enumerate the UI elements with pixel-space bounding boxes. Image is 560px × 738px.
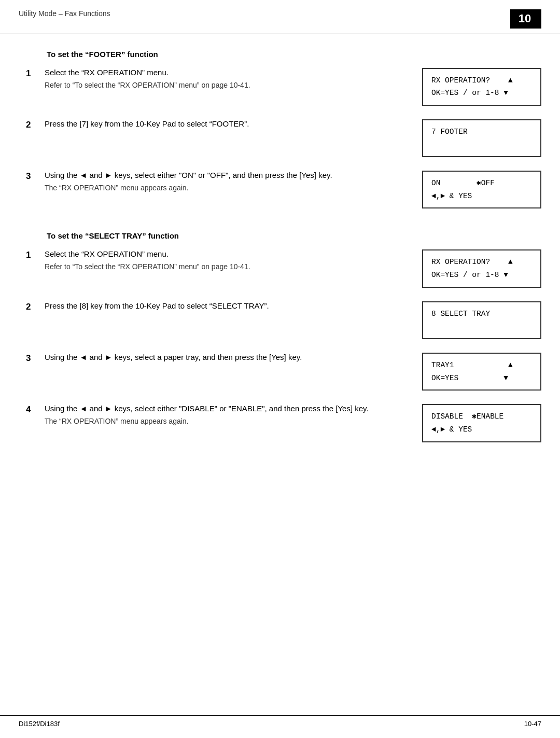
footer-step-2: 2 Press the [7] key from the 10-Key Pad … bbox=[26, 119, 541, 157]
lcd-line-8: OK=YES / or 1-8 ▼ bbox=[431, 269, 532, 282]
step-number-3b: 3 bbox=[26, 353, 45, 364]
lcd-line-9: 8 SELECT TRAY bbox=[431, 308, 532, 321]
step-number-4b: 4 bbox=[26, 404, 45, 415]
lcd-text: 8 SELECT TRAY bbox=[431, 308, 490, 321]
tray-step-2-lcd: 8 SELECT TRAY bbox=[386, 301, 541, 339]
lcd-display-2a: 7 FOOTER bbox=[422, 119, 541, 157]
tray-step-2: 2 Press the [8] key from the 10-Key Pad … bbox=[26, 301, 541, 339]
lcd-line-5: ON ✱OFF bbox=[431, 177, 532, 190]
tray-step-4-sub: The “RX OPERATION” menu appears again. bbox=[45, 416, 375, 427]
footer-page: 10-47 bbox=[524, 720, 541, 728]
tray-step-1-lcd: RX OPERATION? ▲ OK=YES / or 1-8 ▼ bbox=[386, 249, 541, 287]
lcd-line-7: RX OPERATION? ▲ bbox=[431, 256, 532, 269]
lcd-text: ◄,► & YES bbox=[431, 423, 472, 436]
page-footer: Di152f/Di183f 10-47 bbox=[0, 715, 560, 728]
lcd-text: ON ✱OFF bbox=[431, 177, 495, 190]
header-title: Utility Mode – Fax Functions bbox=[19, 9, 110, 18]
lcd-line-13: DISABLE ✱ENABLE bbox=[431, 410, 532, 423]
footer-step-1-sub: Refer to “To select the “RX OPERATION” m… bbox=[45, 80, 375, 91]
tray-step-4-lcd: DISABLE ✱ENABLE ◄,► & YES bbox=[386, 404, 541, 442]
lcd-display-3b: TRAY1 ▲ OK=YES ▼ bbox=[422, 353, 541, 391]
footer-step-3-sub: The “RX OPERATION” menu appears again. bbox=[45, 183, 375, 193]
footer-step-3-main: Using the ◄ and ► keys, select either "O… bbox=[45, 171, 375, 179]
step-number-1b: 1 bbox=[26, 249, 45, 260]
tray-step-1-left: 1 Select the “RX OPERATION” menu. Refer … bbox=[26, 249, 375, 274]
step-number-2a: 2 bbox=[26, 119, 45, 130]
lcd-display-4b: DISABLE ✱ENABLE ◄,► & YES bbox=[422, 404, 541, 442]
step-number-1a: 1 bbox=[26, 68, 45, 79]
footer-step-3-lcd: ON ✱OFF ◄,► & YES bbox=[386, 171, 541, 208]
lcd-line-14: ◄,► & YES bbox=[431, 423, 532, 436]
step-number-3a: 3 bbox=[26, 171, 45, 182]
lcd-line-6: ◄,► & YES bbox=[431, 190, 532, 203]
main-content: To set the “FOOTER” function 1 Select th… bbox=[0, 34, 560, 471]
lcd-text: 7 FOOTER bbox=[431, 126, 468, 138]
lcd-line-3: 7 FOOTER bbox=[431, 126, 532, 138]
tray-step-1-main: Select the “RX OPERATION” menu. bbox=[45, 249, 375, 258]
lcd-line-1: RX OPERATION? ▲ bbox=[431, 74, 532, 87]
footer-section-heading: To set the “FOOTER” function bbox=[47, 50, 541, 59]
lcd-line-4 bbox=[431, 138, 532, 151]
tray-step-3: 3 Using the ◄ and ► keys, select a paper… bbox=[26, 353, 541, 391]
tray-step-2-left: 2 Press the [8] key from the 10-Key Pad … bbox=[26, 301, 375, 313]
lcd-display-1b: RX OPERATION? ▲ OK=YES / or 1-8 ▼ bbox=[422, 249, 541, 287]
tray-step-3-main: Using the ◄ and ► keys, select a paper t… bbox=[45, 353, 375, 361]
tray-step-2-main: Press the [8] key from the 10-Key Pad to… bbox=[45, 301, 375, 310]
tray-step-1-sub: Refer to “To select the “RX OPERATION” m… bbox=[45, 261, 375, 272]
lcd-display-3a: ON ✱OFF ◄,► & YES bbox=[422, 171, 541, 208]
tray-step-1: 1 Select the “RX OPERATION” menu. Refer … bbox=[26, 249, 541, 287]
tray-step-4: 4 Using the ◄ and ► keys, select either … bbox=[26, 404, 541, 442]
footer-step-1: 1 Select the “RX OPERATION” menu. Refer … bbox=[26, 68, 541, 106]
footer-model: Di152f/Di183f bbox=[19, 720, 60, 728]
lcd-text: RX OPERATION? ▲ bbox=[431, 256, 513, 269]
tray-step-3-left: 3 Using the ◄ and ► keys, select a paper… bbox=[26, 353, 375, 365]
footer-step-3: 3 Using the ◄ and ► keys, select either … bbox=[26, 171, 541, 208]
lcd-text: OK=YES / or 1-8 ▼ bbox=[431, 87, 508, 100]
page-header: Utility Mode – Fax Functions 10 bbox=[0, 0, 560, 34]
page-container: Utility Mode – Fax Functions 10 To set t… bbox=[0, 0, 560, 738]
tray-step-3-lcd: TRAY1 ▲ OK=YES ▼ bbox=[386, 353, 541, 391]
lcd-display-1a: RX OPERATION? ▲ OK=YES / or 1-8 ▼ bbox=[422, 68, 541, 106]
tray-step-4-main: Using the ◄ and ► keys, select either "D… bbox=[45, 404, 375, 413]
lcd-text bbox=[431, 138, 436, 151]
lcd-text: TRAY1 ▲ bbox=[431, 359, 513, 372]
lcd-line-2: OK=YES / or 1-8 ▼ bbox=[431, 87, 532, 100]
lcd-line-11: TRAY1 ▲ bbox=[431, 359, 532, 372]
lcd-text: ◄,► & YES bbox=[431, 190, 472, 203]
chapter-badge: 10 bbox=[510, 9, 541, 29]
lcd-text bbox=[431, 320, 436, 333]
select-tray-section-heading: To set the “SELECT TRAY” function bbox=[47, 231, 541, 240]
footer-step-1-lcd: RX OPERATION? ▲ OK=YES / or 1-8 ▼ bbox=[386, 68, 541, 106]
footer-step-2-main: Press the [7] key from the 10-Key Pad to… bbox=[45, 119, 375, 128]
lcd-text: OK=YES ▼ bbox=[431, 372, 508, 385]
footer-step-1-left: 1 Select the “RX OPERATION” menu. Refer … bbox=[26, 68, 375, 93]
footer-step-1-main: Select the “RX OPERATION” menu. bbox=[45, 68, 375, 77]
footer-step-2-lcd: 7 FOOTER bbox=[386, 119, 541, 157]
lcd-text: DISABLE ✱ENABLE bbox=[431, 410, 503, 423]
footer-step-2-left: 2 Press the [7] key from the 10-Key Pad … bbox=[26, 119, 375, 131]
step-number-2b: 2 bbox=[26, 301, 45, 312]
footer-step-3-left: 3 Using the ◄ and ► keys, select either … bbox=[26, 171, 375, 196]
lcd-text: RX OPERATION? ▲ bbox=[431, 74, 513, 87]
lcd-text: OK=YES / or 1-8 ▼ bbox=[431, 269, 508, 282]
lcd-display-2b: 8 SELECT TRAY bbox=[422, 301, 541, 339]
lcd-line-12: OK=YES ▼ bbox=[431, 372, 532, 385]
tray-step-4-left: 4 Using the ◄ and ► keys, select either … bbox=[26, 404, 375, 429]
lcd-line-10 bbox=[431, 320, 532, 333]
